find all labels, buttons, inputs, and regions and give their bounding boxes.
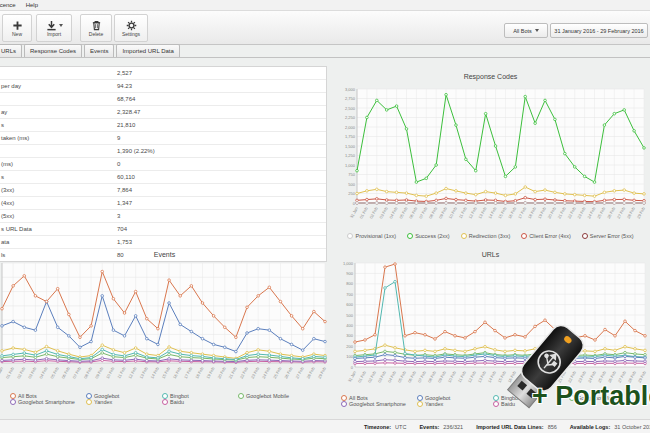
bot-filter-dropdown[interactable]: All Bots [504,23,548,38]
table-row-value: 21,810 [117,119,326,131]
new-button-label: New [12,32,22,37]
svg-text:800: 800 [346,281,353,286]
tab-events[interactable]: Events [84,44,114,57]
svg-text:250: 250 [348,191,355,196]
legend-label: Yandex [425,401,443,407]
svg-text:1,250: 1,250 [345,153,356,158]
table-row-value: 1,753 [117,236,326,248]
import-button[interactable]: Import [36,14,72,42]
svg-text:900: 900 [346,271,353,276]
legend-marker-icon [417,401,423,407]
svg-text:01 Feb: 01 Feb [5,365,16,379]
table-row: s URL Data704 [0,223,326,236]
legend-label: Success (2xx) [415,233,450,239]
plus-icon [12,20,23,31]
svg-text:04 Feb: 04 Feb [38,365,49,379]
tab-urls[interactable]: URLs [0,44,22,57]
menu-item-licence[interactable]: Licence [0,2,21,8]
events-legend: All BotsGooglebotBingbotGooglebot Mobile… [0,393,329,405]
svg-text:1,000: 1,000 [343,261,354,266]
table-row-value: 704 [117,223,326,235]
table-row-label: ata [0,236,117,248]
svg-text:100: 100 [346,354,353,359]
legend-label: Googlebot Smartphone [18,399,75,405]
table-row: (ms)0 [0,158,326,171]
table-row-value: 68,764 [117,93,326,105]
legend-item: Googlebot Smartphone [10,399,86,405]
events-chart: 31 Jan01 Feb02 Feb03 Feb04 Feb05 Feb06 F… [0,261,329,389]
svg-text:600: 600 [346,302,353,307]
events-panel: Events 31 Jan01 Feb02 Feb03 Feb04 Feb05 … [0,248,329,405]
table-row-label: ay [0,106,117,118]
svg-text:23 Feb: 23 Feb [250,365,261,379]
table-row: (3xx)7,864 [0,184,326,197]
overview-table: 2,527per day94.2368,764ay2,328.47s21,810… [0,66,327,262]
svg-text:24 Feb: 24 Feb [261,365,272,379]
svg-text:16 Feb: 16 Feb [172,365,183,379]
chevron-down-icon [535,29,539,32]
toolbar: New Import Delete [0,11,650,45]
legend-label: Redirection (3xx) [469,233,511,239]
new-button[interactable]: New [2,14,32,42]
svg-text:06 Feb: 06 Feb [60,365,71,379]
status-timezone-label: Timezone: [364,424,391,430]
events-title: Events [0,248,329,261]
table-row-label: (3xx) [0,184,117,196]
legend-label: Googlebot Mobile [246,393,289,399]
legend-marker-icon [407,233,413,239]
settings-button[interactable]: Settings [114,14,148,42]
import-icon [46,20,57,31]
table-row-value: 3 [117,210,326,222]
svg-text:500: 500 [346,313,353,318]
svg-text:26 Feb: 26 Feb [283,365,294,379]
table-row-value: 9 [117,132,326,144]
table-row-label: (ms) [0,158,117,170]
table-row: (4xx)1,347 [0,197,326,210]
svg-text:12 Feb: 12 Feb [127,365,138,379]
legend-item: Redirection (3xx) [461,233,511,239]
svg-text:1,000: 1,000 [345,163,356,168]
table-row-value: 94.23 [117,80,326,92]
legend-marker-icon [582,233,588,239]
table-row-value: 0 [117,158,326,170]
svg-text:20 Feb: 20 Feb [216,365,227,379]
svg-text:2,000: 2,000 [345,125,356,130]
tab-imported-url-data[interactable]: Imported URL Data [116,44,179,57]
legend-item: Googlebot Smartphone [341,401,417,407]
table-row: taken (ms)9 [0,132,326,145]
legend-marker-icon [521,233,527,239]
legend-marker-icon [341,401,347,407]
legend-marker-icon [10,399,16,405]
legend-item: Client Error (4xx) [521,233,571,239]
tab-response-codes[interactable]: Response Codes [24,44,82,57]
status-events-value: 236/321 [443,424,463,430]
urls-title: URLs [331,248,650,261]
legend-item: Googlebot Mobile [238,393,314,399]
menu-item-help[interactable]: Help [21,2,43,8]
svg-text:200: 200 [346,344,353,349]
delete-button[interactable]: Delete [80,14,112,42]
svg-text:11 Feb: 11 Feb [116,365,126,379]
response-codes-chart: 02505007501,0001,2501,5001,7502,0002,250… [331,83,650,229]
svg-text:300: 300 [346,333,353,338]
svg-text:500: 500 [348,182,355,187]
table-row-value: 1,347 [117,197,326,209]
svg-text:29 Feb: 29 Feb [636,205,647,219]
date-range-field[interactable]: 31 January 2016 - 29 February 2016 [550,23,648,38]
svg-text:21 Feb: 21 Feb [228,365,239,379]
svg-text:18 Feb: 18 Feb [194,365,205,379]
table-row-value: 2,527 [117,67,326,79]
table-row-label [0,145,117,157]
svg-text:0: 0 [351,365,354,370]
import-dropdown-caret-icon[interactable] [59,24,63,27]
svg-text:400: 400 [346,323,353,328]
status-events-label: Events: [419,424,439,430]
legend-label: Client Error (4xx) [529,233,571,239]
table-row-label [0,93,117,105]
bot-filter-value: All Bots [513,28,532,34]
legend-marker-icon [86,399,92,405]
status-available-logs-value: 31 October 2015 - 29 [614,424,650,430]
svg-text:17 Feb: 17 Feb [183,365,194,379]
legend-label: Baidu [170,399,184,405]
table-row-label: per day [0,80,117,92]
